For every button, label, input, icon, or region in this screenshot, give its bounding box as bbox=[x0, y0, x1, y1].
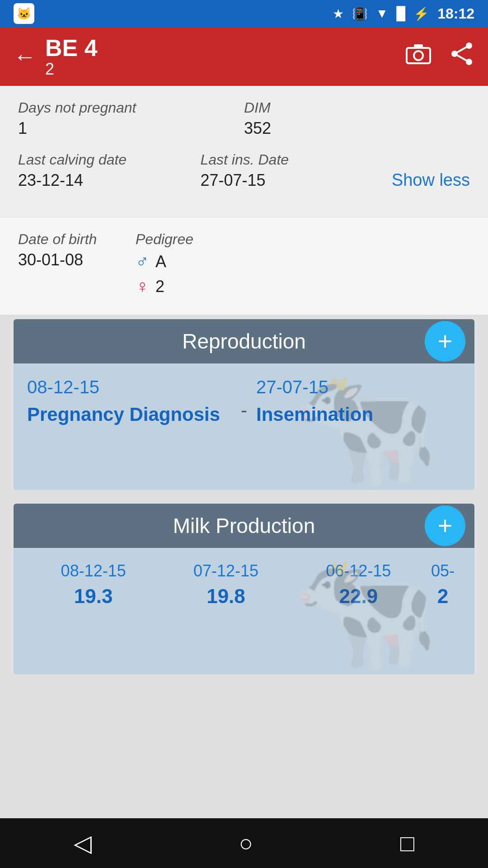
female-icon: ♀ bbox=[136, 276, 149, 297]
reproduction-title: Reproduction bbox=[182, 330, 306, 353]
dim-value: 352 bbox=[244, 119, 470, 138]
last-ins-value: 27-07-15 bbox=[200, 171, 382, 190]
pedigree-col: Pedigree ♂ A ♀ 2 bbox=[136, 231, 470, 301]
milk-entry-1: 07-12-15 19.8 bbox=[160, 561, 292, 608]
days-not-pregnant-value: 1 bbox=[18, 119, 244, 138]
back-button[interactable]: ← bbox=[14, 43, 36, 70]
milk-entry-0: 08-12-15 19.3 bbox=[27, 561, 160, 608]
vibrate-icon: 📳 bbox=[352, 6, 368, 21]
dob-pedigree-section: Date of birth 30-01-08 Pedigree ♂ A ♀ 2 bbox=[0, 217, 488, 315]
milk-header: Milk Production + bbox=[14, 504, 474, 548]
nav-recent-button[interactable]: □ bbox=[400, 830, 414, 857]
svg-line-7 bbox=[455, 54, 469, 62]
reproduction-card: Reproduction + 🐄 08-12-15 Pregnancy Diag… bbox=[14, 319, 474, 490]
dob-col: Date of birth 30-01-08 bbox=[18, 231, 136, 301]
camera-button[interactable] bbox=[406, 42, 431, 71]
milk-title: Milk Production bbox=[173, 514, 315, 538]
dob-value: 30-01-08 bbox=[18, 250, 136, 269]
dim-label: DIM bbox=[244, 99, 470, 116]
milk-value-1: 19.8 bbox=[160, 585, 292, 608]
last-calving-label: Last calving date bbox=[18, 151, 200, 168]
milk-date-0: 08-12-15 bbox=[27, 561, 160, 580]
last-ins-col: Last ins. Date 27-07-15 bbox=[200, 151, 382, 190]
milk-add-icon: + bbox=[438, 513, 453, 538]
milk-production-card: Milk Production + 🐄 08-12-15 19.3 07-12-… bbox=[14, 504, 474, 675]
last-ins-label: Last ins. Date bbox=[200, 151, 382, 168]
milk-body: 🐄 08-12-15 19.3 07-12-15 19.8 06-12-15 2… bbox=[14, 548, 474, 675]
pedigree-male-entry: ♂ A bbox=[136, 251, 470, 272]
milk-value-0: 19.3 bbox=[27, 585, 160, 608]
milk-value-2: 22.9 bbox=[292, 585, 425, 608]
repro-entry-1-type: Pregnancy Diagnosis bbox=[27, 404, 232, 425]
milk-date-3: 05- bbox=[425, 561, 461, 580]
dob-label: Date of birth bbox=[18, 231, 136, 248]
pedigree-label: Pedigree bbox=[136, 231, 470, 248]
milk-entries-row: 08-12-15 19.3 07-12-15 19.8 06-12-15 22.… bbox=[27, 561, 461, 608]
pedigree-female-value: 2 bbox=[155, 277, 164, 296]
nav-back-button[interactable]: ◁ bbox=[74, 830, 92, 857]
milk-value-3: 2 bbox=[425, 585, 461, 608]
repro-entry-2-type: Insemination bbox=[256, 404, 461, 425]
reproduction-header: Reproduction + bbox=[14, 319, 474, 363]
repro-entry-2: 27-07-15 Insemination bbox=[256, 377, 461, 425]
milk-date-2: 06-12-15 bbox=[292, 561, 425, 580]
dim-col: DIM 352 bbox=[244, 99, 470, 138]
repro-entry-1-date: 08-12-15 bbox=[27, 377, 232, 397]
reproduction-add-button[interactable]: + bbox=[425, 321, 465, 362]
app-icon: 🐱 bbox=[14, 3, 34, 24]
app-bar-title: BE 4 2 bbox=[45, 34, 98, 79]
status-bar-right: ★ 📳 ▼ █ ⚡ 18:12 bbox=[333, 5, 474, 22]
show-less-button[interactable]: Show less bbox=[383, 170, 470, 190]
info-panel: Days not pregnant 1 DIM 352 Last calving… bbox=[0, 86, 488, 217]
repro-separator: - bbox=[241, 377, 247, 421]
repro-entry-1: 08-12-15 Pregnancy Diagnosis bbox=[27, 377, 232, 425]
repro-entry-2-date: 27-07-15 bbox=[256, 377, 461, 397]
clock: 18:12 bbox=[437, 5, 474, 22]
nav-home-button[interactable]: ○ bbox=[239, 830, 253, 857]
male-icon: ♂ bbox=[136, 251, 149, 272]
reproduction-body: 🐄 08-12-15 Pregnancy Diagnosis - 27-07-1… bbox=[14, 363, 474, 490]
nav-bar: ◁ ○ □ bbox=[0, 818, 488, 868]
app-bar: ← BE 4 2 bbox=[0, 27, 488, 86]
app-bar-actions bbox=[406, 41, 474, 72]
last-calving-col: Last calving date 23-12-14 bbox=[18, 151, 200, 190]
share-button[interactable] bbox=[449, 41, 474, 72]
wifi-icon: ▼ bbox=[376, 6, 389, 21]
battery-icon: ⚡ bbox=[413, 6, 429, 21]
page-subtitle: 2 bbox=[45, 60, 98, 79]
reproduction-content: 08-12-15 Pregnancy Diagnosis - 27-07-15 … bbox=[27, 377, 461, 425]
milk-entry-3: 05- 2 bbox=[425, 561, 461, 608]
days-not-pregnant-label: Days not pregnant bbox=[18, 99, 244, 116]
svg-point-1 bbox=[414, 51, 423, 60]
pedigree-female-entry: ♀ 2 bbox=[136, 276, 470, 297]
svg-rect-2 bbox=[414, 44, 423, 49]
svg-line-6 bbox=[455, 46, 469, 54]
reproduction-add-icon: + bbox=[438, 329, 453, 354]
milk-date-1: 07-12-15 bbox=[160, 561, 292, 580]
milk-entry-2: 06-12-15 22.9 bbox=[292, 561, 425, 608]
info-row-1: Days not pregnant 1 DIM 352 bbox=[18, 99, 470, 138]
app-icon-image: 🐱 bbox=[17, 7, 31, 21]
status-bar: 🐱 ★ 📳 ▼ █ ⚡ 18:12 bbox=[0, 0, 488, 27]
bluetooth-icon: ★ bbox=[333, 6, 344, 21]
page-title: BE 4 bbox=[45, 34, 98, 61]
info-row-2: Last calving date 23-12-14 Last ins. Dat… bbox=[18, 151, 470, 190]
signal-icon: █ bbox=[396, 6, 405, 21]
pedigree-entries: ♂ A ♀ 2 bbox=[136, 251, 470, 297]
cards-container: Reproduction + 🐄 08-12-15 Pregnancy Diag… bbox=[0, 319, 488, 675]
last-calving-value: 23-12-14 bbox=[18, 171, 200, 190]
status-bar-left: 🐱 bbox=[14, 3, 34, 24]
pedigree-male-value: A bbox=[155, 252, 166, 271]
days-not-pregnant-col: Days not pregnant 1 bbox=[18, 99, 244, 138]
milk-add-button[interactable]: + bbox=[425, 505, 465, 546]
